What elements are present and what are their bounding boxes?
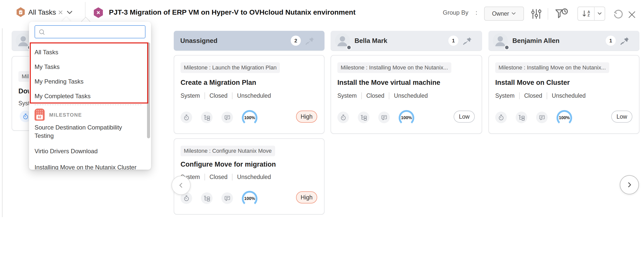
sort-az-section[interactable]: A Z bbox=[578, 7, 595, 20]
filter-option-my-tasks[interactable]: My Tasks bbox=[29, 60, 151, 74]
timer-icon[interactable] bbox=[181, 112, 192, 123]
meta-status: Closed bbox=[204, 174, 232, 180]
milestone-option-virtio-drivers[interactable]: Virtio Drivers Download bbox=[35, 147, 143, 155]
task-filter-breadcrumb[interactable]: All Tasks bbox=[28, 8, 56, 16]
milestone-section-icon: 02 bbox=[35, 109, 45, 121]
timer-icon[interactable] bbox=[495, 112, 507, 123]
pin-icon[interactable] bbox=[462, 35, 473, 46]
subtasks-icon[interactable] bbox=[516, 112, 527, 123]
card-meta: System Closed Unscheduled bbox=[337, 92, 432, 99]
search-input[interactable] bbox=[35, 25, 145, 38]
priority-badge[interactable]: Low bbox=[454, 111, 475, 123]
card-meta: System Closed Unscheduled bbox=[181, 174, 276, 180]
task-card[interactable]: Milestone : Installing Move on the Nutan… bbox=[331, 55, 482, 134]
task-filter-icon bbox=[16, 7, 25, 17]
filter-option-my-completed-tasks[interactable]: My Completed Tasks bbox=[29, 89, 151, 104]
pin-icon[interactable] bbox=[620, 35, 630, 46]
scroll-right-button[interactable] bbox=[620, 175, 639, 194]
scroll-left-button[interactable] bbox=[171, 176, 191, 195]
subtasks-icon[interactable] bbox=[358, 112, 369, 123]
card-title[interactable]: Install the Move virtual machine bbox=[337, 79, 440, 87]
column-header-bella-mark: Bella Mark 1 bbox=[331, 31, 482, 50]
chevron-down-icon bbox=[597, 12, 602, 15]
sort-button[interactable]: A Z bbox=[577, 7, 605, 21]
milestone-section-label: MILESTONE bbox=[49, 112, 82, 118]
progress-ring: 100% bbox=[399, 110, 414, 126]
group-by-label: Group By bbox=[443, 9, 468, 16]
dropdown-scrollbar[interactable] bbox=[147, 42, 150, 138]
progress-ring: 100% bbox=[242, 191, 257, 207]
search-icon bbox=[38, 28, 46, 37]
filter-option-my-pending-tasks[interactable]: My Pending Tasks bbox=[29, 74, 151, 89]
meta-status: Closed bbox=[204, 92, 232, 99]
sort-options-chevron[interactable] bbox=[595, 12, 605, 15]
sort-letter-z: Z bbox=[588, 14, 590, 17]
card-title[interactable]: Create a Migration Plan bbox=[181, 79, 256, 87]
timer-icon[interactable] bbox=[337, 112, 349, 123]
priority-badge[interactable]: Low bbox=[611, 111, 632, 123]
meta-schedule: Unscheduled bbox=[232, 92, 275, 99]
meta-source: System bbox=[181, 92, 204, 99]
meta-status: Closed bbox=[361, 92, 389, 99]
card-meta: System Closed Unscheduled bbox=[495, 92, 590, 99]
meta-source: System bbox=[337, 92, 361, 99]
project-breadcrumb-title[interactable]: PJT-3 Migration of ERP VM on Hyper-V to … bbox=[109, 8, 356, 16]
subtasks-icon[interactable] bbox=[201, 112, 213, 123]
column-header-unassigned: Unassigned 2 bbox=[174, 31, 325, 50]
comments-icon[interactable] bbox=[221, 192, 233, 204]
toolbar-divider bbox=[548, 8, 548, 20]
meta-schedule: Unscheduled bbox=[389, 92, 432, 99]
section-separator bbox=[35, 105, 141, 105]
status-dot bbox=[504, 45, 509, 50]
sort-arrow-down-icon bbox=[582, 10, 587, 17]
priority-badge[interactable]: High bbox=[296, 191, 317, 203]
app-window: All Tasks PJT-3 Migration of ERP VM on H… bbox=[0, 0, 644, 258]
task-card[interactable]: Milestone : Configure Nutanix Move Confi… bbox=[174, 138, 325, 215]
comments-icon[interactable] bbox=[536, 112, 548, 123]
task-card[interactable]: Milestone : Installing Move on the Nutan… bbox=[488, 55, 639, 134]
filter-chevron-down-icon[interactable] bbox=[66, 10, 73, 16]
card-title[interactable]: Install Move on Cluster bbox=[495, 79, 570, 87]
column-count-badge: 1 bbox=[448, 36, 458, 46]
group-by-value: Owner bbox=[492, 10, 509, 17]
filter-option-all-tasks[interactable]: All Tasks bbox=[29, 45, 151, 60]
priority-badge[interactable]: High bbox=[296, 111, 317, 123]
milestone-chip: Milestone : Installing Move on the Nutan… bbox=[495, 62, 609, 73]
task-filter-dropdown: All Tasks My Tasks My Pending Tasks My C… bbox=[29, 22, 151, 170]
reset-icon[interactable] bbox=[612, 9, 624, 21]
project-icon bbox=[93, 7, 103, 18]
filter-history-icon[interactable] bbox=[554, 7, 569, 22]
column-header-benjamin-allen: Benjamin Allen 1 bbox=[488, 31, 639, 50]
column-count-badge: 2 bbox=[291, 36, 301, 46]
clear-filter-icon[interactable] bbox=[57, 9, 64, 16]
column-name: Benjamin Allen bbox=[512, 37, 560, 45]
board-left-edge bbox=[2, 28, 3, 217]
progress-ring: 100% bbox=[557, 110, 572, 126]
column-name: Bella Mark bbox=[355, 37, 387, 45]
comments-icon[interactable] bbox=[378, 112, 390, 123]
card-title[interactable]: Configure Move for migration bbox=[181, 161, 276, 168]
column-name: Unassigned bbox=[180, 37, 217, 45]
milestone-option-installing-move[interactable]: Installing Move on the Nutanix Cluster bbox=[35, 163, 145, 170]
chevron-left-icon bbox=[177, 182, 185, 189]
group-by-colon: : bbox=[476, 9, 477, 16]
milestone-chip: Milestone : Configure Nutanix Move bbox=[181, 146, 275, 156]
task-card[interactable]: Milestone : Launch the Migration Plan Cr… bbox=[174, 55, 325, 134]
milestone-chip: Milestone : Installing Move on the Nutan… bbox=[337, 62, 451, 73]
subtasks-icon[interactable] bbox=[201, 192, 213, 204]
milestone-icon-label: 02 bbox=[36, 115, 43, 119]
pin-icon[interactable] bbox=[305, 35, 315, 46]
clipboard-icon bbox=[18, 9, 23, 15]
filter-settings-icon[interactable] bbox=[530, 8, 543, 21]
status-dot bbox=[346, 45, 352, 50]
meta-source: System bbox=[495, 92, 519, 99]
close-icon[interactable] bbox=[627, 10, 637, 21]
milestone-option-source-destination[interactable]: Source Destination Compatibility Testing bbox=[35, 123, 140, 140]
card-meta: System Closed Unscheduled bbox=[181, 92, 276, 99]
meta-schedule: Unscheduled bbox=[232, 174, 275, 180]
comments-icon[interactable] bbox=[221, 112, 233, 123]
group-by-select[interactable]: Owner bbox=[484, 7, 524, 21]
progress-ring: 100% bbox=[242, 110, 257, 126]
chevron-right-icon bbox=[626, 181, 633, 189]
meta-schedule: Unscheduled bbox=[547, 92, 590, 99]
